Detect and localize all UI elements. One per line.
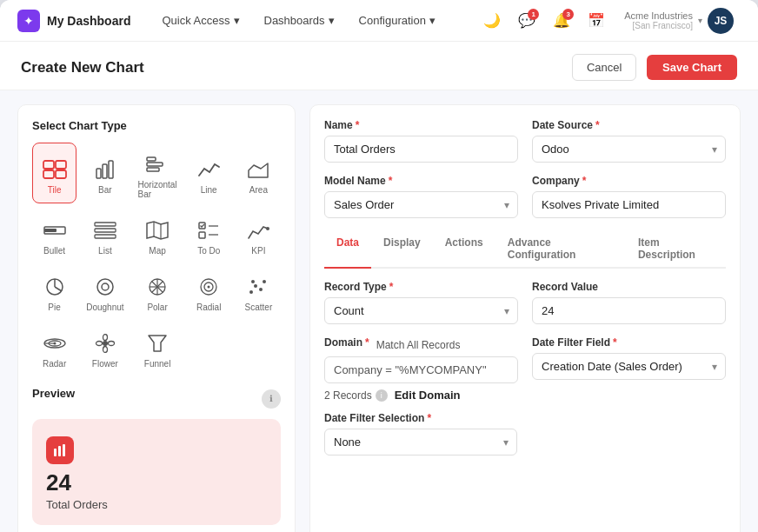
chart-type-bullet-label: Bullet [43, 246, 65, 256]
chart-type-radial[interactable]: Radial [187, 265, 231, 316]
domain-label-row: Domain* Match All Records [324, 336, 518, 353]
list-icon [91, 216, 119, 244]
svg-point-48 [103, 347, 107, 353]
name-input[interactable] [324, 136, 518, 163]
page-title: Create New Chart [21, 59, 144, 76]
date-filter-selection-select[interactable]: None [324, 429, 517, 456]
chart-type-radar-label: Radar [43, 359, 66, 369]
tab-advance-config[interactable]: Advance Configuration [495, 230, 626, 269]
date-filter-field-select[interactable]: Creation Date (Sales Order) [532, 353, 726, 380]
chart-type-scatter[interactable]: Scatter [236, 265, 281, 316]
cancel-button[interactable]: Cancel [572, 54, 636, 81]
company-group: Company* [532, 175, 726, 218]
tab-display[interactable]: Display [371, 230, 433, 269]
funnel-icon [143, 329, 171, 357]
chart-type-list[interactable]: List [82, 209, 128, 260]
svg-line-26 [55, 287, 62, 291]
chart-type-list-label: List [98, 246, 112, 256]
logo-icon: ✦ [17, 10, 40, 32]
svg-rect-8 [147, 163, 163, 166]
chart-type-flower[interactable]: Flower [82, 322, 128, 373]
chart-type-area[interactable]: Area [236, 143, 281, 203]
notif-badge: 3 [562, 9, 574, 20]
chart-type-kpi[interactable]: KPI [236, 209, 281, 260]
model-name-select[interactable]: Sales Order [324, 191, 518, 218]
chart-type-bullet[interactable]: Bullet [32, 209, 76, 260]
date-source-select[interactable]: Odoo [532, 136, 726, 163]
domain-group: Domain* Match All Records [324, 336, 518, 383]
chart-type-radar[interactable]: Radar [32, 322, 76, 373]
record-type-select[interactable]: Count [324, 297, 518, 324]
preview-label: Total Orders [46, 498, 108, 511]
chart-type-todo[interactable]: To Do [187, 209, 231, 260]
chart-type-map[interactable]: Map [134, 209, 182, 260]
company-input[interactable] [532, 191, 726, 218]
preview-header: Preview ℹ [32, 387, 281, 410]
header-actions: Cancel Save Chart [572, 54, 737, 81]
chart-type-doughnut[interactable]: Doughnut [82, 265, 128, 316]
chart-type-horizontal-bar[interactable]: Horizontal Bar [134, 143, 182, 203]
scatter-icon [244, 273, 272, 301]
avatar: JS [708, 8, 734, 34]
chart-type-doughnut-label: Doughnut [86, 303, 123, 312]
chart-type-bar-label: Bar [98, 185, 112, 195]
chart-type-tile[interactable]: Tile [32, 143, 76, 203]
preview-info-icon[interactable]: ℹ [262, 389, 281, 409]
chart-type-todo-label: To Do [197, 246, 220, 256]
top-nav: ✦ My Dashboard Quick Access ▾ Dashboards… [0, 0, 758, 42]
logo-area: ✦ My Dashboard [17, 10, 130, 32]
svg-point-50 [108, 342, 114, 346]
chart-type-funnel[interactable]: Funnel [134, 322, 182, 373]
chart-type-radial-label: Radial [196, 303, 221, 312]
form-row-1: Name* Date Source* Odoo ▾ [324, 119, 726, 163]
svg-point-49 [96, 342, 102, 346]
svg-point-47 [103, 335, 107, 341]
chat-button[interactable]: 💬 1 [513, 7, 541, 35]
area-icon [244, 156, 272, 183]
svg-rect-52 [54, 449, 57, 456]
chart-type-line[interactable]: Line [187, 143, 231, 203]
tile-icon [41, 156, 69, 183]
chart-type-hbar-label: Horizontal Bar [138, 180, 177, 199]
svg-marker-16 [147, 222, 168, 239]
svg-rect-14 [95, 229, 116, 232]
dark-mode-button[interactable]: 🌙 [478, 7, 506, 35]
svg-rect-0 [43, 161, 54, 169]
save-chart-button[interactable]: Save Chart [647, 55, 737, 80]
tab-item-description[interactable]: Item Description [626, 230, 726, 269]
user-menu[interactable]: Acme Industries [San Francisco] ▾ JS [617, 4, 741, 37]
form-row-2: Model Name* Sales Order ▾ Company* [324, 175, 726, 218]
chart-type-bar[interactable]: Bar [82, 143, 128, 203]
model-name-select-wrap: Sales Order ▾ [324, 191, 518, 218]
page-header: Create New Chart Cancel Save Chart [0, 42, 758, 90]
svg-point-41 [251, 280, 255, 283]
nav-right: 🌙 💬 1 🔔 3 📅 Acme Industries [San Francis… [478, 4, 741, 37]
record-type-select-wrap: Count ▾ [324, 297, 518, 324]
preview-chart-icon [46, 436, 74, 464]
svg-rect-1 [56, 161, 66, 169]
notifications-button[interactable]: 🔔 3 [548, 7, 575, 35]
form-tabs: Data Display Actions Advance Configurati… [324, 230, 726, 269]
chart-type-polar[interactable]: Polar [134, 265, 182, 316]
svg-rect-6 [109, 161, 113, 178]
records-info-icon[interactable]: i [376, 389, 388, 402]
nav-quick-access[interactable]: Quick Access ▾ [151, 9, 249, 32]
records-badge: 2 Records i [324, 389, 388, 402]
main-content: Select Chart Type Tile Bar [0, 90, 758, 532]
edit-domain-button[interactable]: Edit Domain [395, 389, 461, 402]
nav-configuration[interactable]: Configuration ▾ [349, 9, 446, 32]
chart-type-kpi-label: KPI [251, 246, 265, 256]
record-type-label: Record Type* [324, 281, 518, 293]
svg-point-36 [208, 286, 210, 289]
record-value-input[interactable] [532, 297, 726, 324]
tab-data[interactable]: Data [324, 230, 371, 269]
domain-input[interactable] [324, 356, 518, 383]
tab-actions[interactable]: Actions [433, 230, 495, 269]
nav-dashboards[interactable]: Dashboards ▾ [254, 9, 345, 32]
date-source-select-wrap: Odoo ▾ [532, 136, 726, 163]
date-filter-field-select-wrap: Creation Date (Sales Order) ▾ [532, 353, 726, 380]
chart-type-pie[interactable]: Pie [32, 265, 76, 316]
calendar-button[interactable]: 📅 [582, 7, 610, 35]
svg-rect-15 [95, 235, 116, 238]
form-row-3: Record Type* Count ▾ Record Value [324, 281, 726, 324]
